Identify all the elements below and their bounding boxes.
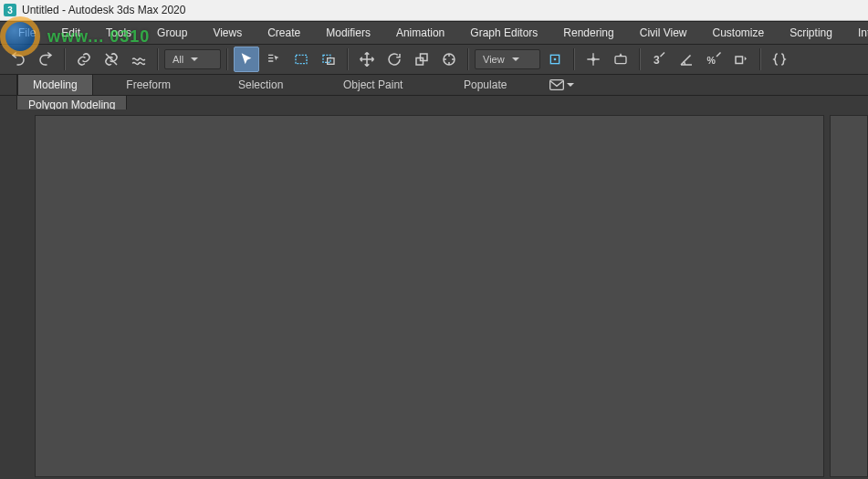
title-bar: 3 Untitled - Autodesk 3ds Max 2020 <box>0 0 868 21</box>
select-region-rect-button[interactable] <box>288 47 314 72</box>
menu-edit[interactable]: Edit <box>48 22 93 44</box>
link-icon <box>76 51 92 68</box>
scale-icon <box>413 51 430 68</box>
percent-snap-button[interactable]: % <box>701 47 727 72</box>
main-toolbar: All View 3 <box>0 45 868 75</box>
chevron-down-icon <box>191 57 198 61</box>
move-icon <box>359 51 375 68</box>
menu-civil-view[interactable]: Civil View <box>627 22 700 44</box>
snap-toggle-button[interactable]: 3 <box>646 47 672 72</box>
spinner-snap-icon <box>733 51 749 68</box>
menu-create[interactable]: Create <box>255 22 313 44</box>
cursor-icon <box>239 52 254 67</box>
separator <box>347 48 349 70</box>
ribbon-bar: Modeling Freeform Selection Object Paint… <box>0 75 868 96</box>
unlink-button[interactable] <box>99 47 124 72</box>
svg-point-7 <box>554 58 557 61</box>
app-icon: 3 <box>4 4 16 16</box>
link-button[interactable] <box>71 47 97 72</box>
percent-snap-icon: % <box>706 51 722 68</box>
window-title: Untitled - Autodesk 3ds Max 2020 <box>22 4 185 16</box>
menu-interactive[interactable]: Interactive <box>845 22 868 44</box>
svg-text:3: 3 <box>654 54 660 67</box>
keyboard-icon <box>613 52 628 67</box>
spacewarp-icon <box>131 51 147 68</box>
select-object-button[interactable] <box>234 47 259 72</box>
undo-icon <box>10 51 26 68</box>
ribbon-tab-freeform[interactable]: Freeform <box>93 75 205 95</box>
snap-icon: 3 <box>651 51 667 68</box>
curly-braces-icon <box>771 51 788 68</box>
svg-rect-13 <box>550 80 564 90</box>
separator <box>759 48 761 70</box>
redo-icon <box>37 51 54 68</box>
select-by-name-button[interactable] <box>261 47 287 72</box>
crossing-icon <box>321 52 336 67</box>
selection-filter-dropdown[interactable]: All <box>164 49 221 69</box>
menu-rendering[interactable]: Rendering <box>550 22 626 44</box>
list-cursor-icon <box>267 52 281 67</box>
mail-icon <box>549 79 564 90</box>
angle-snap-button[interactable] <box>674 47 699 72</box>
viewport-main[interactable] <box>35 115 824 477</box>
named-selection-sets-button[interactable] <box>767 47 792 72</box>
menu-graph-editors[interactable]: Graph Editors <box>457 22 550 44</box>
reference-coord-dropdown[interactable]: View <box>475 49 540 69</box>
menu-scripting[interactable]: Scripting <box>777 22 845 44</box>
redo-button[interactable] <box>33 47 58 72</box>
separator <box>64 48 66 70</box>
svg-rect-9 <box>615 57 626 64</box>
pivot-icon <box>548 52 562 67</box>
bind-spacewarp-button[interactable] <box>126 47 152 72</box>
viewport-right[interactable] <box>830 115 868 477</box>
select-manipulate-button[interactable] <box>580 47 606 72</box>
rotate-button[interactable] <box>382 47 407 72</box>
svg-rect-12 <box>736 57 743 64</box>
move-button[interactable] <box>354 47 380 72</box>
menu-group[interactable]: Group <box>144 22 200 44</box>
menu-file[interactable]: File <box>5 22 48 44</box>
rect-select-icon <box>294 52 309 67</box>
unlink-icon <box>103 51 120 68</box>
ribbon-tab-object-paint[interactable]: Object Paint <box>318 75 430 95</box>
separator <box>226 48 228 70</box>
reference-coord-value: View <box>483 54 505 65</box>
select-place-button[interactable] <box>436 47 462 72</box>
separator <box>467 48 469 70</box>
ribbon-handle[interactable] <box>0 75 17 95</box>
scale-button[interactable] <box>409 47 434 72</box>
svg-rect-0 <box>296 55 307 63</box>
place-icon <box>441 51 457 68</box>
menu-views[interactable]: Views <box>200 22 255 44</box>
separator <box>639 48 641 70</box>
menu-bar: File Edit Tools Group Views Create Modif… <box>0 21 868 45</box>
ribbon-expand-button[interactable] <box>549 75 575 95</box>
selection-filter-value: All <box>173 54 183 65</box>
svg-text:%: % <box>707 55 716 66</box>
undo-button[interactable] <box>5 47 31 72</box>
ribbon-tab-populate[interactable]: Populate <box>430 75 542 95</box>
window-crossing-button[interactable] <box>316 47 341 72</box>
ribbon-tab-selection[interactable]: Selection <box>205 75 318 95</box>
chevron-down-icon <box>567 83 574 87</box>
angle-snap-icon <box>678 51 695 68</box>
spinner-snap-button[interactable] <box>728 47 754 72</box>
chevron-down-icon <box>512 57 519 61</box>
menu-modifiers[interactable]: Modifiers <box>313 22 383 44</box>
menu-customize[interactable]: Customize <box>700 22 778 44</box>
separator <box>573 48 575 70</box>
manipulate-icon <box>586 52 601 67</box>
ribbon-tab-modeling[interactable]: Modeling <box>17 75 93 95</box>
viewport-area <box>0 109 868 479</box>
menu-animation[interactable]: Animation <box>383 22 457 44</box>
separator <box>157 48 159 70</box>
keyboard-shortcut-override-button[interactable] <box>608 47 633 72</box>
menu-tools[interactable]: Tools <box>93 22 144 44</box>
use-pivot-center-button[interactable] <box>542 47 568 72</box>
svg-point-8 <box>591 57 595 61</box>
rotate-icon <box>386 51 403 68</box>
